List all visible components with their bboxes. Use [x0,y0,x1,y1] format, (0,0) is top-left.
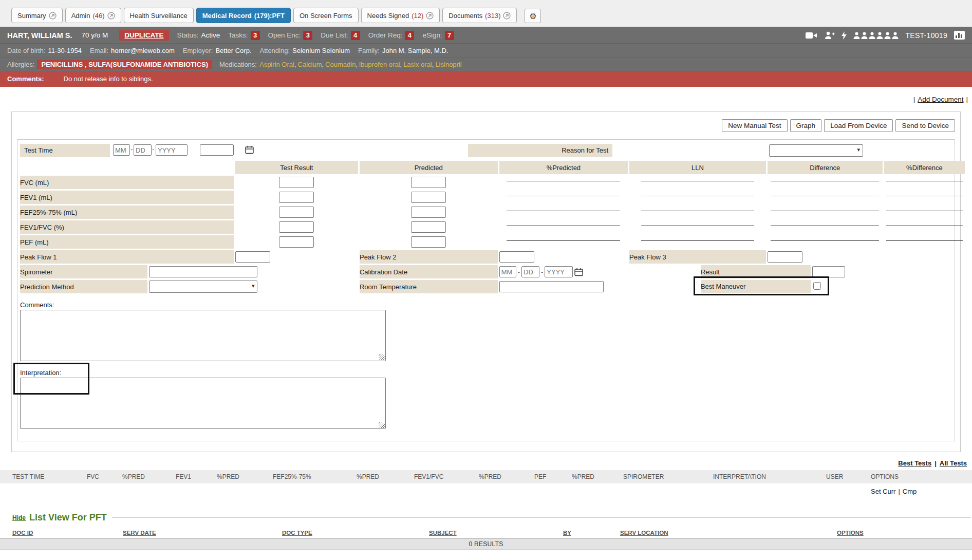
family-label: Family: [358,47,380,54]
tab-documents[interactable]: Documents (313) [442,8,517,23]
set-curr-link[interactable]: Set Curr [871,488,895,495]
gear-icon[interactable] [525,9,541,23]
peak-flow-2-input[interactable] [499,251,534,263]
tab-needs-signed[interactable]: Needs Signed (12) [361,8,440,23]
doc-column-header[interactable]: OPTIONS [837,530,972,536]
popout-icon[interactable] [107,12,115,20]
add-document-link[interactable]: Add Document [918,96,963,103]
test-time-year-input[interactable] [156,144,188,156]
tab-health-surveillance[interactable]: Health Surveillance [124,8,194,23]
peak-flow-3-input[interactable] [768,251,802,263]
calibration-year-input[interactable] [545,266,573,277]
doc-column-header[interactable]: SERV DATE [123,530,282,536]
tab-summary[interactable]: Summary [11,8,63,23]
person-icon[interactable] [892,32,899,39]
column-header: %Difference [884,161,965,174]
test-time-time-input[interactable] [200,144,234,156]
send-to-device-button[interactable]: Send to Device [895,119,955,132]
hide-link[interactable]: Hide [12,514,26,521]
allergies-chip[interactable]: PENICILLINS , SULFA(SULFONAMIDE ANTIBIOT… [37,60,212,69]
calibration-month-input[interactable] [499,266,516,277]
popout-icon[interactable] [426,12,434,20]
add-person-icon[interactable] [824,31,835,40]
room-temperature-input[interactable] [499,281,604,292]
test-time-month-input[interactable] [113,144,130,156]
fev1fvc-predicted-input[interactable] [411,221,446,233]
duplicate-flag[interactable]: DUPLICATE [119,30,169,41]
fvc-predicted-input[interactable] [411,177,446,188]
due-list-badge[interactable]: 4 [351,31,360,40]
doc-column-header[interactable]: SERV LOCATION [620,530,837,536]
medication-link[interactable]: Aspirin Oral [259,61,294,68]
tab-medical-record[interactable]: Medical Record (179):PFT [196,8,291,23]
measurement-row-fvc: FVC (mL) [20,176,965,189]
person-icon[interactable] [853,32,860,39]
person-icon[interactable] [876,32,883,39]
fef-test-result-input[interactable] [279,207,314,218]
graph-button[interactable]: Graph [790,119,822,132]
calibration-date-label: Calibration Date [360,265,498,278]
peak-flow-1-label: Peak Flow 1 [20,250,234,264]
pef-predicted-input[interactable] [411,236,446,248]
comments-textarea[interactable] [20,310,386,361]
esign-badge[interactable]: 7 [445,31,454,40]
doc-column-header[interactable]: DOC TYPE [282,530,429,536]
prediction-method-row: Prediction Method Room Temperature Best … [20,280,965,293]
peak-flow-1-input[interactable] [235,251,270,263]
interpretation-textarea[interactable] [20,378,386,429]
new-manual-test-button[interactable]: New Manual Test [722,119,787,132]
bar-chart-icon[interactable] [954,31,965,40]
comments-banner-text: Do not release info to siblings. [64,75,153,83]
tasks-badge[interactable]: 3 [251,31,260,40]
open-enc-badge[interactable]: 3 [303,31,312,40]
calendar-icon[interactable] [245,145,254,154]
prediction-method-select[interactable] [149,281,257,293]
order-req-badge[interactable]: 4 [405,31,414,40]
doc-column-header[interactable]: SUBJECT [429,530,563,536]
results-column-header: USER [826,473,871,480]
best-maneuver-checkbox[interactable] [813,282,821,290]
popout-icon[interactable] [49,12,57,20]
peak-flow-row: Peak Flow 1 Peak Flow 2 Peak Flow 3 [20,250,965,264]
lightning-bolt-icon[interactable] [842,31,847,40]
pipe: | [913,96,915,103]
reason-for-test-select[interactable] [769,144,863,157]
email-value[interactable]: horner@mieweb.com [111,47,175,54]
pef-test-result-input[interactable] [279,236,314,248]
row-label: PEF (mL) [20,235,234,249]
fev1-predicted-input[interactable] [411,192,446,203]
person-icon[interactable] [869,32,875,39]
person-icon[interactable] [884,32,891,39]
load-from-device-button[interactable]: Load From Device [824,119,893,132]
best-tests-link[interactable]: Best Tests [898,459,931,467]
tab-on-screen-forms[interactable]: On Screen Forms [293,8,359,23]
patient-name: HART, WILLIAM S. [7,31,72,40]
fev1-test-result-input[interactable] [279,192,314,203]
medication-link[interactable]: Calcium [298,61,322,68]
medication-link[interactable]: Lisinopril [435,61,461,68]
calibration-day-input[interactable] [521,266,539,277]
fef-predicted-input[interactable] [411,207,446,218]
fev1-difference-line [771,196,879,196]
video-camera-icon[interactable] [806,32,817,39]
tab-count: (46) [92,12,104,20]
dob-value: 11-30-1954 [48,47,82,54]
fvc-test-result-input[interactable] [279,177,314,188]
fev1fvc-test-result-input[interactable] [279,221,314,233]
medication-link[interactable]: ibuprofen oral [359,61,400,68]
tab-admin[interactable]: Admin (46) [65,8,121,23]
test-time-day-input[interactable] [134,144,152,156]
popout-icon[interactable] [503,12,511,20]
doc-column-header[interactable]: BY [563,530,620,536]
cmp-link[interactable]: Cmp [903,488,917,495]
spirometer-input[interactable] [149,266,257,277]
calendar-icon[interactable] [574,268,583,276]
all-tests-link[interactable]: All Tests [940,459,967,467]
care-team-icons[interactable] [853,32,899,39]
person-icon[interactable] [861,32,868,39]
fev1fvc-lln-line [641,226,754,226]
medication-link[interactable]: Coumadin [325,61,356,68]
medication-link[interactable]: Lasix oral [403,61,432,68]
result-input[interactable] [812,266,845,277]
doc-column-header[interactable]: DOC ID [12,530,123,536]
